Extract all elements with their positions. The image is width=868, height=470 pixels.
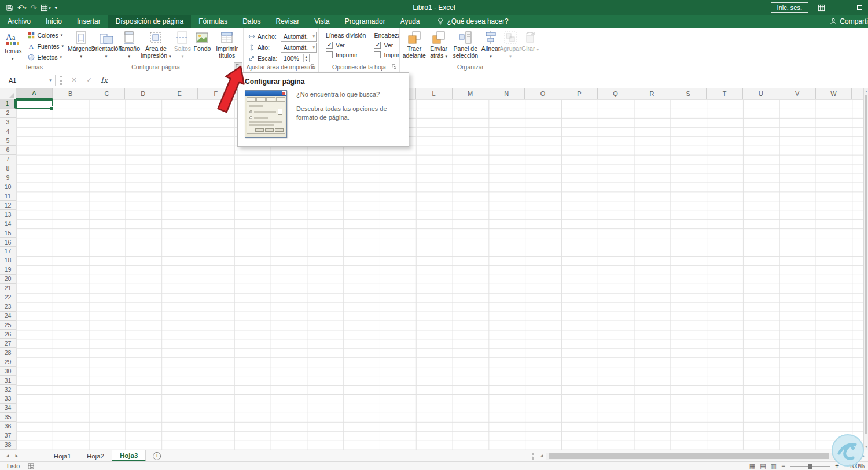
- minimize-button[interactable]: [833, 0, 851, 15]
- scale-spinner[interactable]: 100%▲▼: [281, 54, 310, 62]
- row-header-16[interactable]: 16: [0, 238, 16, 247]
- tab-programador[interactable]: Programador: [337, 15, 393, 28]
- checkbox-checked-icon[interactable]: [326, 42, 333, 49]
- column-header-l[interactable]: L: [416, 88, 453, 99]
- column-header-v[interactable]: V: [779, 88, 816, 99]
- scroll-down-icon[interactable]: ▼: [864, 445, 868, 449]
- checkbox-checked-icon[interactable]: [374, 42, 381, 49]
- row-header-5[interactable]: 5: [0, 136, 16, 146]
- row-header-17[interactable]: 17: [0, 247, 16, 256]
- column-header-m[interactable]: M: [453, 88, 489, 99]
- column-header-w[interactable]: W: [816, 88, 852, 99]
- tab-vista[interactable]: Vista: [307, 15, 337, 28]
- zoom-slider[interactable]: [790, 463, 830, 469]
- row-header-25[interactable]: 25: [0, 321, 16, 330]
- gridlines-print-checkbox[interactable]: Imprimir: [326, 50, 366, 60]
- headings-print-checkbox[interactable]: Imprimir: [374, 50, 399, 60]
- sheet-tab-hoja2[interactable]: Hoja2: [79, 450, 112, 461]
- row-header-21[interactable]: 21: [0, 284, 16, 293]
- row-header-32[interactable]: 32: [0, 385, 16, 394]
- column-header-o[interactable]: O: [525, 88, 561, 99]
- sign-in-button[interactable]: Inic. ses.: [771, 2, 808, 13]
- row-header-20[interactable]: 20: [0, 275, 16, 284]
- row-header-30[interactable]: 30: [0, 367, 16, 376]
- row-header-9[interactable]: 9: [0, 173, 16, 183]
- ribbon-button-orientacion[interactable]: Orientación ▾: [93, 29, 120, 60]
- zoom-out-button[interactable]: −: [781, 462, 785, 470]
- horizontal-scrollbar[interactable]: [546, 453, 859, 460]
- checkbox-icon[interactable]: [374, 51, 381, 58]
- width-dropdown[interactable]: Automát.▾: [281, 32, 317, 42]
- row-header-22[interactable]: 22: [0, 293, 16, 302]
- column-header-t[interactable]: T: [707, 88, 743, 99]
- row-header-26[interactable]: 26: [0, 330, 16, 339]
- row-header-24[interactable]: 24: [0, 312, 16, 321]
- ribbon-button-alinear[interactable]: Alinear ▾: [481, 29, 501, 60]
- horizontal-scroll-thumb[interactable]: [549, 453, 829, 459]
- row-header-10[interactable]: 10: [0, 182, 16, 191]
- column-header-q[interactable]: Q: [598, 88, 634, 99]
- selected-cell-a1[interactable]: [16, 99, 53, 109]
- sheet-tab-hoja3[interactable]: Hoja3: [112, 450, 146, 461]
- ribbon-button-colores[interactable]: Colores▾: [25, 30, 65, 40]
- restore-button[interactable]: [851, 0, 868, 15]
- row-header-7[interactable]: 7: [0, 155, 16, 164]
- save-button[interactable]: [6, 4, 13, 12]
- row-header-15[interactable]: 15: [0, 228, 16, 238]
- customize-qat-button[interactable]: ▾: [55, 5, 57, 10]
- scroll-left-icon[interactable]: ◄: [537, 453, 546, 458]
- row-header-37[interactable]: 37: [0, 431, 16, 441]
- tab-archivo[interactable]: Archivo: [0, 15, 38, 28]
- sheet-tab-hoja1[interactable]: Hoja1: [46, 450, 79, 461]
- macro-record-icon[interactable]: [28, 463, 34, 469]
- column-header-s[interactable]: S: [670, 88, 707, 99]
- sheet-options-dialog-launcher[interactable]: [391, 63, 398, 71]
- row-header-33[interactable]: 33: [0, 394, 16, 404]
- row-header-11[interactable]: 11: [0, 191, 16, 201]
- column-header-p[interactable]: P: [561, 88, 598, 99]
- row-header-3[interactable]: 3: [0, 118, 16, 127]
- row-header-14[interactable]: 14: [0, 219, 16, 228]
- sheet-nav-left-icon[interactable]: ◄: [4, 453, 11, 458]
- zoom-slider-thumb[interactable]: [808, 464, 812, 469]
- normal-view-icon[interactable]: ▦: [749, 462, 755, 470]
- ribbon-button-efectos[interactable]: Efectos▾: [25, 52, 65, 62]
- row-header-1[interactable]: 1: [0, 99, 16, 109]
- row-header-31[interactable]: 31: [0, 376, 16, 385]
- ribbon-button-traer-adelante[interactable]: Traer adelante ▾: [401, 29, 428, 62]
- spreadsheet-cells[interactable]: [16, 99, 863, 450]
- gridlines-view-checkbox[interactable]: Ver: [326, 40, 366, 50]
- tell-me-box[interactable]: ¿Qué desea hacer?: [431, 15, 514, 28]
- undo-dropdown-icon[interactable]: ▾: [24, 6, 27, 10]
- column-header-u[interactable]: U: [743, 88, 779, 99]
- column-header-n[interactable]: N: [488, 88, 525, 99]
- page-layout-view-icon[interactable]: ▤: [760, 462, 766, 470]
- row-header-27[interactable]: 27: [0, 339, 16, 348]
- name-box-dropdown-icon[interactable]: ▾: [46, 78, 55, 83]
- ribbon-display-options-icon[interactable]: [818, 4, 825, 12]
- scale-to-fit-dialog-launcher[interactable]: [310, 63, 317, 71]
- height-dropdown[interactable]: Automát.▾: [281, 43, 317, 53]
- vertical-scroll-thumb[interactable]: [865, 95, 867, 434]
- tab-insertar[interactable]: Insertar: [69, 15, 108, 28]
- scrollbar-resize-handle[interactable]: [532, 453, 534, 460]
- column-header-c[interactable]: C: [89, 88, 126, 99]
- table-quick-button[interactable]: ▾: [41, 4, 51, 12]
- column-header-d[interactable]: D: [125, 88, 161, 99]
- ribbon-button-temas[interactable]: Aa Temas ▾: [1, 29, 24, 62]
- ribbon-button-area-de-impresion[interactable]: Área de impresión ▾: [139, 29, 172, 60]
- ribbon-button-enviar-atras[interactable]: Enviar atrás ▾: [428, 29, 450, 60]
- row-header-6[interactable]: 6: [0, 146, 16, 155]
- ribbon-button-margenes[interactable]: Márgenes ▾: [69, 29, 93, 60]
- row-header-2[interactable]: 2: [0, 109, 16, 118]
- row-header-8[interactable]: 8: [0, 164, 16, 173]
- select-all-corner[interactable]: [0, 88, 16, 99]
- row-header-36[interactable]: 36: [0, 422, 16, 431]
- ribbon-button-imprimir-titulos[interactable]: Imprimir títulos: [212, 29, 242, 60]
- undo-button[interactable]: ↶▾: [17, 4, 26, 12]
- vertical-scrollbar[interactable]: ▲ ▼: [863, 88, 868, 450]
- scroll-up-icon[interactable]: ▲: [864, 90, 868, 93]
- column-header-r[interactable]: R: [634, 88, 671, 99]
- tab-ayuda[interactable]: Ayuda: [393, 15, 428, 28]
- ribbon-button-panel-de-seleccion[interactable]: Panel de selección: [450, 29, 481, 60]
